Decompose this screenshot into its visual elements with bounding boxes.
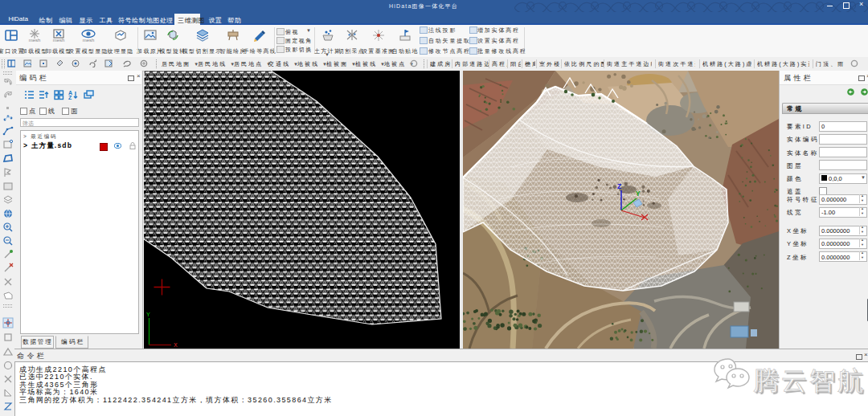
svg-text:Y: Y: [636, 190, 641, 198]
svg-text:X: X: [174, 341, 178, 349]
svg-text:Y: Y: [146, 311, 150, 318]
svg-text:mesh: mesh: [29, 38, 41, 43]
svg-text:mesh: mesh: [53, 38, 65, 43]
svg-text:mesh: mesh: [83, 38, 95, 43]
svg-text:Z: Z: [68, 95, 72, 100]
svg-text:Z: Z: [617, 183, 621, 191]
